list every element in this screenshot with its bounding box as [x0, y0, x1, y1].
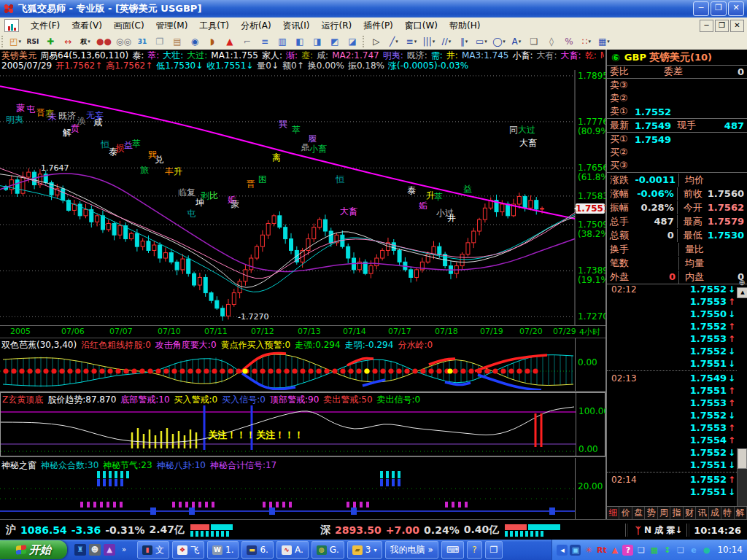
binoculars-icon[interactable]: ◎◎	[115, 34, 133, 49]
task-button-1.[interactable]: W1.	[207, 541, 239, 559]
channel-tool-icon[interactable]: ∥▾	[456, 34, 472, 49]
copy-pages-icon[interactable]: ❐	[152, 34, 168, 49]
minimize-button[interactable]: ─	[693, 1, 709, 16]
scroll-up-button[interactable]: ▲	[737, 287, 747, 298]
keyboard-button[interactable]: ⌨	[441, 541, 464, 559]
book-icon[interactable]: ▤	[169, 34, 185, 49]
column-view-icon[interactable]: ▥	[274, 34, 290, 49]
sphere-tray-icon[interactable]: ●	[701, 545, 712, 556]
mdi-restore-button[interactable]: ❐	[715, 20, 729, 32]
sh-index[interactable]: 1086.54	[20, 524, 67, 536]
quick-launch-1-icon[interactable]: ♜	[74, 544, 86, 556]
indicator-panel-topbottom[interactable]: Z玄黄顶底股价趋势:87.870底部警戒:10买入警戒:0买入信号:0顶部警戒:…	[0, 392, 605, 456]
ie-tray-icon[interactable]: e	[688, 545, 699, 556]
main-candle-chart[interactable]: 1.78951.7776(80.9%)1.7656(61.8%)1.75831.…	[0, 70, 605, 325]
percent-tool-icon[interactable]: %	[561, 34, 577, 49]
lan-tray-icon[interactable]: ❏	[675, 545, 686, 556]
messenger-tray-icon[interactable]: ?	[622, 545, 633, 556]
menu-item[interactable]: 窗口(W)	[399, 18, 444, 34]
task-button-文[interactable]: ▮文	[137, 541, 169, 559]
move-cross-icon[interactable]: ✚	[42, 34, 58, 49]
collapse-chevron-icon[interactable]: ◂	[557, 545, 568, 556]
plug-icon[interactable]: ⌐	[239, 34, 255, 49]
menu-item[interactable]: 查看(V)	[66, 18, 108, 34]
taskbar-clock[interactable]: 10:14	[717, 545, 743, 555]
layout-four-icon[interactable]: ◪	[344, 34, 360, 49]
antenna-icon[interactable]: ᛉ	[635, 525, 641, 536]
menu-item[interactable]: 工具(T)	[193, 18, 235, 34]
text-tool-icon[interactable]: A▾	[508, 34, 525, 49]
indicator-panel-banana[interactable]: 双色芭蕉(30,3,40)沿红色粗线持股:0攻击角度要大:0黄点作买入预警:0走…	[0, 338, 605, 392]
quick-launch-more-icon[interactable]: »	[118, 544, 130, 556]
starburst-tray-icon[interactable]: ✳	[583, 545, 594, 556]
dots-grid-tool-icon[interactable]: ∷▾	[578, 34, 595, 49]
start-button[interactable]: 开始	[0, 540, 67, 559]
task-button-飞[interactable]: ❖飞	[172, 541, 204, 559]
quick-launch-2-icon[interactable]: ☻	[89, 544, 101, 556]
date-axis[interactable]: 200507/0607/0707/1007/1107/1207/1307/140…	[0, 325, 605, 338]
my-computer-button[interactable]: 我的电脑»	[385, 541, 438, 559]
quote-tab-6[interactable]: 指	[670, 507, 683, 520]
rt-tray-icon[interactable]: Rt	[596, 545, 607, 556]
quote-header[interactable]: ⑥ GBP 英镑美元 (10)	[607, 50, 747, 66]
display-tray-icon[interactable]: ▣	[570, 545, 581, 556]
menu-item[interactable]: 帮助(H)	[444, 18, 486, 34]
calendar-icon[interactable]: 31	[134, 34, 150, 49]
tick-scrollbar[interactable]: ⊕ ▲ ▼	[737, 277, 747, 509]
menu-item[interactable]: 分析(A)	[235, 18, 277, 34]
green-grid-tray-icon[interactable]: ▦	[649, 545, 659, 556]
list-view-icon[interactable]: ≡	[257, 34, 273, 49]
sz-index[interactable]: 2893.50	[335, 524, 382, 536]
rsi-indicator-icon[interactable]: RSI	[25, 34, 41, 49]
menu-item[interactable]: 画面(C)	[108, 18, 150, 34]
quote-tab-10[interactable]: 特	[721, 507, 734, 520]
mdi-close-button[interactable]: ✕	[730, 20, 744, 32]
quote-tab-3[interactable]: 盘	[632, 507, 645, 520]
vertical-lines-tool-icon[interactable]: |||▾	[421, 34, 437, 49]
menu-item[interactable]: 资讯(I)	[277, 18, 316, 34]
folder-task-button[interactable]: ▰3▾	[347, 541, 382, 559]
menu-item[interactable]: 文件(F)	[25, 18, 66, 34]
help-button[interactable]: ?	[467, 541, 481, 559]
layout-two-icon[interactable]: ◨	[309, 34, 325, 49]
tick-list[interactable]: 02:121.7552↓1.7553↑1.7550↓1.7552↑1.7553↑…	[607, 283, 737, 509]
period-label[interactable]: 4小时	[579, 327, 600, 338]
menu-item[interactable]: 管理(M)	[150, 18, 194, 34]
eraser-tool-icon[interactable]: ◊	[543, 34, 560, 49]
tower-tray-icon[interactable]: ▲	[609, 545, 620, 556]
quote-tab-9[interactable]: 成	[709, 507, 721, 520]
toolbar-grip[interactable]	[363, 36, 366, 47]
task-button-6.[interactable]: ▬6.	[241, 541, 273, 559]
rectangle-tool-icon[interactable]: ▭▾	[473, 34, 489, 49]
ellipse-tool-icon[interactable]: ◯▾	[491, 34, 507, 49]
alarm-bell-icon[interactable]: ▲	[222, 34, 238, 49]
pointer-tool-icon[interactable]: ▷	[368, 34, 384, 49]
task-button-A.[interactable]: ∿A.	[276, 541, 309, 559]
network-tray-icon[interactable]: ❏	[635, 545, 646, 556]
quote-tab-1[interactable]: 细	[607, 507, 619, 520]
save-tool-icon[interactable]: ▦▾	[596, 34, 612, 49]
palette-icon[interactable]: ◗	[204, 34, 220, 49]
trend-tool-icon[interactable]: ≡▾	[403, 34, 419, 49]
quote-tab-8[interactable]: 讯	[696, 507, 708, 520]
zoom-chart-icon[interactable]: ◉	[187, 34, 203, 49]
scroll-thumb[interactable]	[738, 448, 747, 469]
close-button[interactable]: ✕	[728, 1, 744, 16]
restore-button[interactable]: ❐	[711, 1, 727, 16]
quick-launch-3-icon[interactable]: ▲	[104, 544, 115, 556]
quote-tab-7[interactable]: 财	[684, 507, 696, 520]
desktop-restore-button[interactable]: ❐	[485, 541, 503, 559]
menu-item[interactable]: 运行(R)	[316, 18, 358, 34]
traffic-light-icon[interactable]: ●●	[95, 34, 113, 49]
template-icon[interactable]: ◰▾	[7, 34, 23, 49]
layout-three-icon[interactable]: ◩	[327, 34, 343, 49]
layout-one-icon[interactable]: ◧	[292, 34, 308, 49]
line-tool-icon[interactable]: ╱▾	[386, 34, 402, 49]
chart-area[interactable]: 英镑美元周易64(5,13,60,110)泰:萃:大壮:大过:MA1:1.755…	[0, 50, 605, 519]
mdi-minimize-button[interactable]: ─	[700, 20, 713, 32]
quote-tab-4[interactable]: 势	[645, 507, 657, 520]
quote-tab-5[interactable]: 周	[658, 507, 670, 520]
indicator-panel-mystery[interactable]: 神秘之窗神秘众合数:30神秘节气:23神秘八卦:10神秘合计信号:17 20.0…	[0, 458, 605, 519]
toolbar-grip[interactable]	[1, 36, 5, 47]
quote-tab-2[interactable]: 价	[619, 507, 632, 520]
